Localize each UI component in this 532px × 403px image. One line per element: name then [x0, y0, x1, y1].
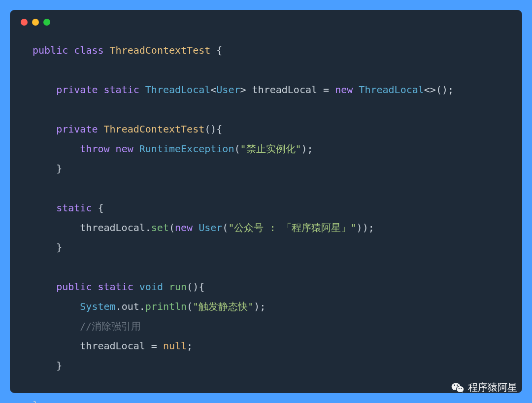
- code-content: public class ThreadContextTest { private…: [33, 40, 511, 403]
- method-println: println: [145, 301, 187, 312]
- dot: .: [145, 222, 151, 234]
- brace: }: [56, 360, 62, 371]
- equals: =: [323, 84, 329, 96]
- brace: }: [56, 163, 62, 174]
- keyword-class: class: [74, 44, 103, 56]
- comment: //消除强引用: [80, 320, 141, 332]
- watermark-text: 程序猿阿星: [468, 381, 517, 394]
- parens: (){: [187, 281, 204, 293]
- keyword-public: public: [33, 44, 68, 56]
- semicolon: ;: [187, 340, 193, 352]
- keyword-static: static: [56, 202, 92, 214]
- angle: >: [240, 84, 246, 96]
- angle: <: [210, 84, 216, 96]
- string-literal: "触发静态快": [193, 301, 254, 312]
- keyword-void: void: [139, 281, 163, 293]
- ctor-name: ThreadContextTest: [104, 123, 205, 135]
- code-window: public class ThreadContextTest { private…: [10, 10, 522, 393]
- null-literal: null: [163, 340, 187, 352]
- type-system: System: [80, 301, 115, 312]
- field-ref: threadLocal: [80, 222, 145, 234]
- field-name: threadLocal: [252, 84, 317, 96]
- equals: =: [151, 340, 157, 352]
- paren: (: [222, 222, 228, 234]
- type-threadlocal: ThreadLocal: [359, 84, 424, 96]
- paren: (: [187, 301, 193, 312]
- brace: }: [33, 399, 38, 403]
- diamond: <>();: [424, 84, 454, 96]
- brace: {: [216, 44, 222, 56]
- string-literal: "公众号 : 「程序猿阿星」": [228, 222, 356, 234]
- keyword-new: new: [335, 84, 353, 96]
- paren: );: [301, 143, 313, 155]
- field-ref: threadLocal: [80, 340, 145, 352]
- method-set: set: [151, 222, 169, 234]
- type-threadlocal: ThreadLocal: [145, 84, 210, 96]
- dot: .: [139, 301, 145, 312]
- paren: (: [234, 143, 240, 155]
- paren: ));: [357, 222, 374, 234]
- class-name: ThreadContextTest: [110, 44, 211, 56]
- paren: (: [169, 222, 175, 234]
- keyword-public: public: [56, 281, 92, 293]
- type-user: User: [216, 84, 240, 96]
- minimize-icon[interactable]: [32, 19, 39, 26]
- code-block: public class ThreadContextTest { private…: [10, 31, 522, 403]
- parens: (){: [204, 123, 222, 135]
- titlebar: [10, 10, 522, 31]
- keyword-static: static: [104, 84, 139, 96]
- keyword-private: private: [56, 123, 98, 135]
- keyword-static: static: [98, 281, 133, 293]
- keyword-private: private: [56, 84, 98, 96]
- brace: }: [56, 241, 62, 253]
- ident-out: out: [122, 301, 139, 312]
- string-literal: "禁止实例化": [240, 143, 301, 155]
- keyword-new: new: [175, 222, 193, 234]
- type-user: User: [199, 222, 222, 234]
- keyword-new: new: [116, 143, 133, 155]
- keyword-throw: throw: [80, 143, 109, 155]
- brace: {: [98, 202, 103, 214]
- dot: .: [116, 301, 122, 312]
- close-icon[interactable]: [21, 19, 28, 26]
- type-runtimeexception: RuntimeException: [139, 143, 234, 155]
- maximize-icon[interactable]: [43, 19, 50, 26]
- paren: );: [254, 301, 266, 312]
- watermark: 程序猿阿星: [451, 381, 517, 394]
- method-run: run: [169, 281, 187, 293]
- wechat-icon: [451, 381, 464, 394]
